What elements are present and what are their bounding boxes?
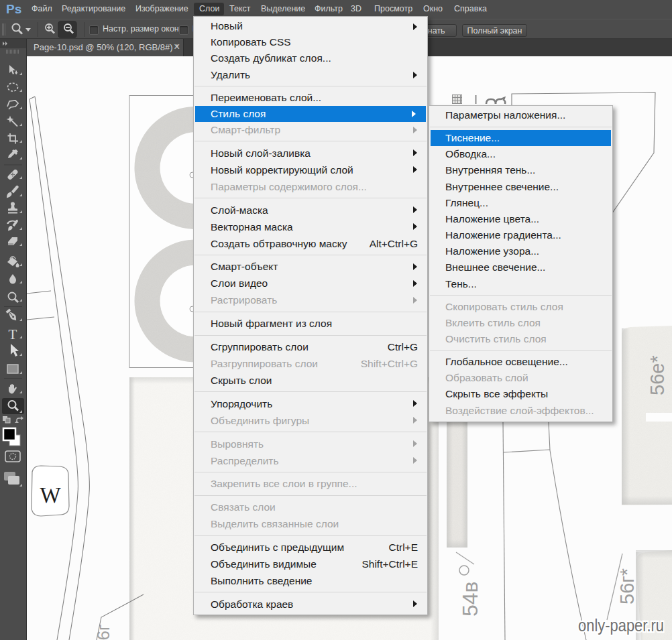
svg-text:only-paper.ru: only-paper.ru xyxy=(578,615,664,635)
svg-text:56г*: 56г* xyxy=(616,568,638,604)
svg-text:T: T xyxy=(9,326,17,342)
svg-text:56е*: 56е* xyxy=(647,355,668,395)
svg-text:54в: 54в xyxy=(458,581,482,617)
svg-text:56г: 56г xyxy=(93,625,113,640)
svg-text:W: W xyxy=(40,483,61,507)
